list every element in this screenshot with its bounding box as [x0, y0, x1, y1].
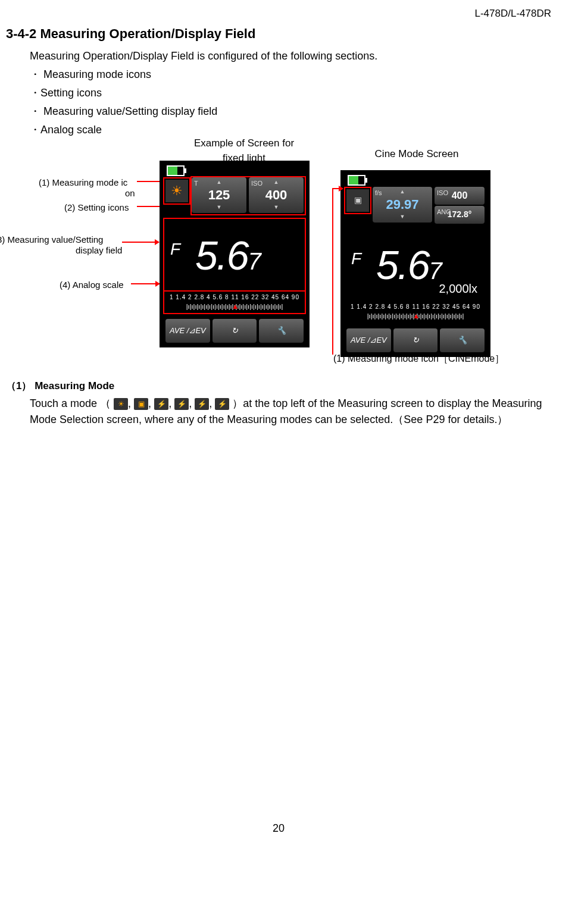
callout-1: (1) Measuring mode ic [39, 176, 127, 190]
fs-setting-box[interactable]: f/s ▲ 29.97 ▼ [373, 187, 432, 223]
iso-label: ISO [251, 178, 262, 189]
refresh-button-cine[interactable]: ↻ [393, 328, 438, 352]
f-display: F 5.67 [165, 219, 304, 290]
ave-ev-button[interactable]: AVE /⊿EV [165, 319, 210, 343]
arrow [332, 188, 343, 189]
mode-flash3-icon: ⚡ [195, 398, 209, 410]
scale-numbers-cine: 1 1.4 2 2.8 4 5.6 8 11 16 22 32 45 64 90 [346, 302, 485, 311]
ang-setting-box[interactable]: ANG 172.8° [435, 206, 485, 224]
arrow [131, 283, 160, 284]
caption-right: Cine Mode Screen [357, 146, 476, 162]
section-number: 3-4-2 [6, 26, 36, 41]
refresh-button[interactable]: ↻ [212, 319, 257, 343]
header-model: L-478D/L-478DR [6, 6, 551, 21]
analog-scale-cine: 1 1.4 2 2.8 4 5.6 8 11 16 22 32 45 64 90… [346, 301, 485, 322]
f-main-cine: 5.6 [376, 242, 429, 287]
mode-flash-icon: ⚡ [154, 398, 168, 410]
page-number: 20 [6, 820, 551, 837]
scale-marker-cine: ▲ [412, 311, 420, 321]
f-main: 5.6 [195, 233, 248, 278]
subheading-measuring-mode: （1） Measuring Mode [6, 378, 551, 394]
bullet-item: ・ Measuring value/Setting display field [30, 104, 551, 120]
mode-cine-icon: ▣ [134, 398, 148, 410]
figure-area: Example of Screen for fixed light Cine M… [6, 140, 551, 367]
chevron-down-icon: ▼ [249, 205, 304, 210]
chevron-up-icon: ▲ [192, 180, 246, 185]
chevron-down-icon: ▼ [192, 205, 246, 210]
mode-icon-sun[interactable]: ☀ [165, 180, 188, 202]
iso-setting-box-cine[interactable]: ISO 400 [435, 187, 485, 205]
battery-icon [348, 175, 365, 186]
ave-ev-button-cine[interactable]: AVE /⊿EV [346, 328, 391, 352]
screen-fixed-light: ☀ T ▲ 125 ▼ ISO ▲ 400 ▼ F 5.67 1 1.4 2 2… [160, 161, 310, 347]
f-display-cine: F 5.67 2,000lx [346, 228, 485, 300]
t-value: 125 [192, 185, 246, 205]
scale-numbers: 1 1.4 2 2.8 4 5.6 8 11 16 22 32 45 64 90 [165, 293, 304, 302]
t-setting-box[interactable]: T ▲ 125 ▼ [192, 177, 246, 213]
bullet-item: ・Setting icons [30, 85, 551, 101]
scale-marker: ▲ [232, 301, 239, 312]
callout-4: (4) Analog scale [60, 278, 124, 292]
f-label: F [170, 237, 180, 262]
analog-scale: 1 1.4 2 2.8 4 5.6 8 11 16 22 32 45 64 90… [165, 292, 304, 313]
battery-icon [167, 165, 185, 176]
fs-label: f/s [375, 188, 382, 198]
bullet-list: ・ Measuring mode icons ・Setting icons ・ … [30, 67, 551, 138]
body-text-1: Touch a mode （ [30, 397, 111, 409]
chevron-down-icon: ▼ [373, 214, 432, 220]
intro-text: Measuring Operation/Display Field is con… [30, 48, 551, 64]
callout-2: (2) Setting icons [64, 201, 129, 215]
bottom-bar: AVE /⊿EV ↻ 🔧 [165, 319, 304, 343]
cine-callout: (1) Measuring mode icon［CINEmode］ [333, 352, 504, 366]
bullet-item: ・ Measuring mode icons [30, 67, 551, 83]
bottom-bar-cine: AVE /⊿EV ↻ 🔧 [346, 328, 485, 352]
arrow [122, 242, 159, 243]
iso-label-cine: ISO [437, 188, 448, 198]
ang-label: ANG [437, 207, 451, 217]
mode-icon-cine[interactable]: ▣ [346, 189, 369, 212]
iso-setting-box[interactable]: ISO ▲ 400 ▼ [249, 177, 304, 213]
settings-button-cine[interactable]: 🔧 [440, 328, 485, 352]
mode-flash2-icon: ⚡ [174, 398, 189, 410]
f-label-cine: F [351, 246, 361, 271]
screen-cine: ▣ f/s ▲ 29.97 ▼ ISO 400 ANG 172.8° F 5.6… [340, 170, 490, 357]
t-label: T [194, 178, 198, 189]
section-title: Measuring Operation/Display Field [40, 26, 255, 41]
lx-value: 2,000lx [439, 280, 478, 297]
arrow-line [332, 188, 333, 355]
settings-button[interactable]: 🔧 [259, 319, 304, 343]
mode-sun-icon: ☀ [114, 398, 128, 410]
section-heading: 3-4-2 Measuring Operation/Display Field [6, 24, 551, 43]
body-paragraph: Touch a mode （ ☀, ▣, ⚡, ⚡, ⚡, ⚡ ）at the … [30, 396, 551, 428]
callout-1b: on [125, 187, 135, 201]
f-sub: 7 [248, 248, 260, 274]
mode-radio-icon: ⚡ [215, 398, 229, 410]
f-value-cine: 5.67 [376, 234, 441, 295]
f-value: 5.67 [195, 225, 260, 286]
callout-3b: display field [76, 244, 122, 258]
